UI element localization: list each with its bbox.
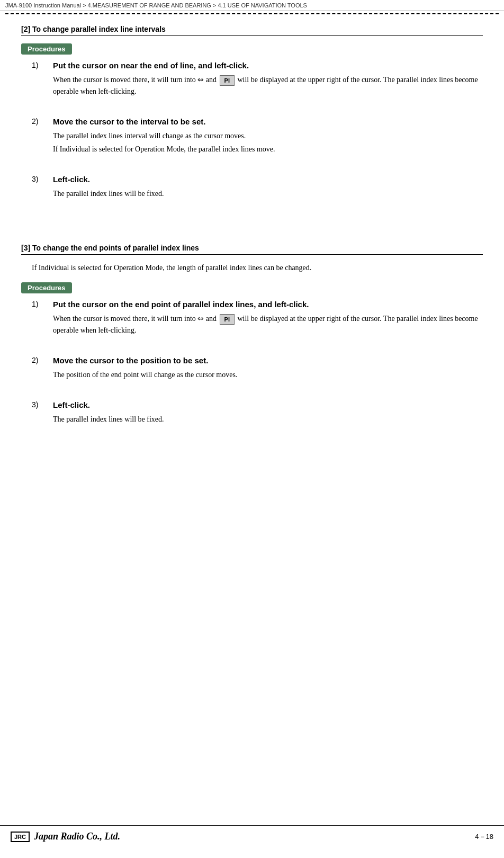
section2-step2: 2) Move the cursor to the interval to be… [32,117,483,157]
jrc-label: JRC [11,832,30,842]
step-title: Put the cursor on the end point of paral… [53,300,483,309]
step-body: The parallel index lines will be fixed. [53,188,483,199]
step-body-p1: The parallel index lines will be fixed. [53,188,483,199]
section2-step1: 1) Put the cursor on near the end of lin… [32,61,483,99]
step-body-p2: If Individual is selected for Operation … [53,144,483,155]
step-content: Put the cursor on the end point of paral… [53,300,483,338]
step-body-p1: The position of the end point will chang… [53,369,483,380]
step-body-p1: The parallel index lines interval will c… [53,130,483,141]
main-content: [2] To change parallel index line interv… [0,14,504,443]
section3-step3: 3) Left-click. The parallel index lines … [32,400,483,427]
step-title: Put the cursor on near the end of line, … [53,61,483,70]
footer-logo: JRC Japan Radio Co., Ltd. [11,831,120,842]
step-body: The position of the end point will chang… [53,369,483,380]
procedures-badge-section2: Procedures [21,43,72,55]
step-body: When the cursor is moved there, it will … [53,74,483,97]
section3-step1: 1) Put the cursor on the end point of pa… [32,300,483,338]
procedures-badge-section3: Procedures [21,282,72,293]
step-title: Left-click. [53,400,483,409]
step-number: 2) [32,117,53,157]
section3-intro: If Individual is selected for Operation … [32,262,483,274]
step-number: 3) [32,400,53,427]
footer: JRC Japan Radio Co., Ltd. 4－18 [0,825,504,847]
step-body: The parallel index lines will be fixed. [53,414,483,425]
step-content: Left-click. The parallel index lines wil… [53,400,483,427]
step-title: Move the cursor to the position to be se… [53,356,483,365]
step-title: Left-click. [53,175,483,184]
section2-step3: 3) Left-click. The parallel index lines … [32,175,483,201]
step-body-text1: When the cursor is moved there, it will … [53,315,219,323]
company-name: Japan Radio Co., Ltd. [34,831,120,842]
step-number: 2) [32,356,53,382]
step-number: 3) [32,175,53,201]
breadcrumb: JMA-9100 Instruction Manual > 4.MEASUREM… [0,0,504,11]
step-body: When the cursor is moved there, it will … [53,313,483,336]
step-body: The parallel index lines interval will c… [53,130,483,155]
step-title: Move the cursor to the interval to be se… [53,117,483,126]
pi-button: PI [220,314,235,325]
section3-heading: [3] To change the end points of parallel… [21,244,483,255]
step-body-text1: When the cursor is moved there, it will … [53,76,219,84]
step-body-p1: The parallel index lines will be fixed. [53,414,483,425]
step-number: 1) [32,300,53,338]
section2-heading: [2] To change parallel index line interv… [21,25,483,36]
section3-step2: 2) Move the cursor to the position to be… [32,356,483,382]
step-number: 1) [32,61,53,99]
pi-button: PI [220,75,235,86]
step-content: Left-click. The parallel index lines wil… [53,175,483,201]
step-content: Move the cursor to the position to be se… [53,356,483,382]
page-number: 4－18 [475,832,493,842]
step-content: Move the cursor to the interval to be se… [53,117,483,157]
step-content: Put the cursor on near the end of line, … [53,61,483,99]
